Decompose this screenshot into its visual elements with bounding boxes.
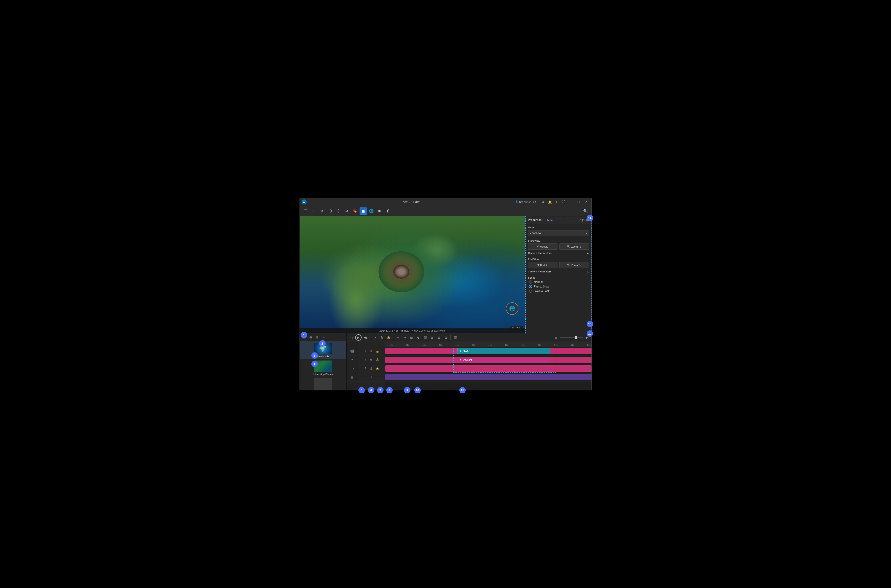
speed-normal-option[interactable]: Normal xyxy=(529,280,589,284)
panel-forward-icon[interactable]: ▷ xyxy=(582,218,585,222)
collapse-panel-button[interactable]: ❮ xyxy=(384,207,392,215)
search-button[interactable]: 🔍 xyxy=(582,207,589,215)
zoom-slider-thumb[interactable] xyxy=(575,336,577,339)
mode-label: Mode xyxy=(528,226,589,229)
clip-purple[interactable] xyxy=(385,374,592,380)
add-clip-button[interactable]: 🎬 xyxy=(452,334,458,340)
ruler-46s: 46s xyxy=(488,344,492,346)
clip-pink-2a[interactable] xyxy=(385,365,592,372)
user-menu[interactable]: 👤 Not signed in ▾ xyxy=(515,200,536,203)
add-keyframe-button[interactable]: ⊕ xyxy=(415,334,421,340)
lock-media-button[interactable]: 🔒 xyxy=(375,366,380,371)
ruler-49s: 49s xyxy=(538,344,541,346)
bookmark-tool-button[interactable]: 🔖 xyxy=(351,207,359,215)
speed-fast-to-slow-dot xyxy=(530,286,531,288)
timeline-tracks[interactable]: 40s 41s 42s 43s 44s 45s 46s 47s 48s 49s … xyxy=(385,342,592,390)
close-button[interactable]: ✕ xyxy=(583,199,590,205)
start-update-button[interactable]: ↺ Update xyxy=(528,243,558,250)
speed-fast-to-slow-label: Fast to Slow xyxy=(534,285,549,288)
main-toolbar: ☰ + ✏ ⬡ ⬡ ⊘ 🔖 ▣ 🌐 ⊞ ❮ 🔍 xyxy=(300,206,592,216)
speed-slow-to-fast-radio[interactable] xyxy=(529,290,532,293)
lock-fx-button[interactable]: 🔒 xyxy=(375,357,380,362)
movie-grid-icon[interactable]: ⊠ xyxy=(314,334,320,340)
end-zoom-to-button[interactable]: 🔍 Zoom To xyxy=(559,262,589,268)
more-tracks-button[interactable]: ⊡ xyxy=(443,334,449,340)
mode-section: Mode Zoom-To Fly-To Fixed Camera ▾ xyxy=(528,226,589,236)
undo-button[interactable]: ↩ xyxy=(395,334,401,340)
fly-to-icon: ⊕ xyxy=(460,350,461,353)
panel-back-icon[interactable]: ◁ xyxy=(578,218,581,222)
list-tool-button[interactable]: ☰ xyxy=(302,207,310,215)
add-fx-button[interactable]: + xyxy=(363,357,368,362)
zoom-in-button[interactable]: ⊕ xyxy=(584,334,590,340)
delete-media-button[interactable]: 🗑 xyxy=(369,366,374,371)
map-globe-tool-button[interactable]: 🌐 xyxy=(368,207,375,215)
movie-item-new[interactable]: 🌍 New Movie xyxy=(300,341,346,359)
end-update-button[interactable]: ↺ Update xyxy=(528,262,558,268)
globe3d-tool-button[interactable]: ⬡ xyxy=(335,207,342,215)
film-button[interactable]: 🎬 xyxy=(422,334,428,340)
tracks-body: ⊕ Fly-To ☀ Daylight xyxy=(385,347,592,381)
speed-fast-to-slow-radio[interactable] xyxy=(529,285,532,288)
measure-tool-button[interactable]: ⬡ xyxy=(327,207,334,215)
split-button[interactable]: ⊟ xyxy=(409,334,415,340)
skip-back-button[interactable]: ⏮ xyxy=(349,334,354,340)
movie-thumbnail-icon[interactable]: ⊟ xyxy=(308,334,314,340)
lock-track-button[interactable]: 🔒 xyxy=(386,334,392,340)
clip-fly-to[interactable]: ⊕ Fly-To xyxy=(457,348,550,354)
start-zoom-to-button[interactable]: 🔍 Zoom To xyxy=(559,243,589,250)
mode-select-wrap: Zoom-To Fly-To Fixed Camera ▾ xyxy=(528,230,589,236)
camera-params-end-header[interactable]: Camera Parameters ∧ xyxy=(528,270,589,273)
settings-icon[interactable]: ⚙ xyxy=(540,199,546,205)
camera-params-start-header[interactable]: Camera Parameters ∧ xyxy=(528,252,589,255)
duplicate-button[interactable]: ⊞ xyxy=(429,334,435,340)
zoom-out-button[interactable]: ⊖ xyxy=(553,334,559,340)
draw-tool-button[interactable]: ✏ xyxy=(319,207,326,215)
maximize-button[interactable]: □ xyxy=(575,199,582,205)
notification-icon[interactable]: 🔔 xyxy=(547,199,553,205)
panel-detach-icon[interactable]: ⊞ xyxy=(586,218,589,222)
info-icon[interactable]: ℹ xyxy=(554,199,559,205)
movie-toolbar: ⊞ ⊟ ⊠ ≡ xyxy=(300,333,346,341)
play-button[interactable]: ▶ xyxy=(355,334,362,340)
circle-slash-tool-button[interactable]: ⊘ xyxy=(343,207,350,215)
movie-item-empty[interactable] xyxy=(300,377,346,390)
track-controls: + 🗑 🔒 + 🗑 🔒 ? 🗑 🔒 + xyxy=(358,342,385,390)
lock-video-button[interactable]: 🔒 xyxy=(375,349,380,354)
delete-video-button[interactable]: 🗑 xyxy=(369,349,374,354)
question-media-button[interactable]: ? xyxy=(363,366,368,371)
speed-fast-to-slow-option[interactable]: Fast to Slow xyxy=(529,285,589,288)
main-content: 🌐 ⊞ 52% 21°14'51.732"N 157°48'56.128"W e… xyxy=(300,216,592,333)
end-view-label: End View xyxy=(528,258,589,261)
track-label-video: 📹 xyxy=(347,347,358,356)
speed-section: Speed Normal Fast to Slow xyxy=(528,276,589,293)
map-area[interactable]: 🌐 ⊞ 52% 21°14'51.732"N 157°48'56.128"W e… xyxy=(300,216,525,333)
grid-tool-button[interactable]: ⊞ xyxy=(376,207,383,215)
add-extra-button[interactable]: + xyxy=(369,375,374,380)
video-tool-button[interactable]: ▣ xyxy=(359,207,367,215)
redo-button[interactable]: ↪ xyxy=(402,334,408,340)
movie-thumb-new: 🌍 xyxy=(314,343,332,354)
clip-daylight[interactable]: ☀ Daylight xyxy=(457,357,550,363)
minimize-button[interactable]: — xyxy=(568,199,574,205)
track-ctrl-fx: + 🗑 🔒 xyxy=(358,356,385,364)
timeline-ruler: 40s 41s 42s 43s 44s 45s 46s 47s 48s 49s … xyxy=(385,342,592,347)
movie-options-icon[interactable]: ≡ xyxy=(321,334,327,340)
add-tool-button[interactable]: + xyxy=(310,207,317,215)
compass-rose[interactable]: 🌐 xyxy=(506,302,518,315)
movie-item-interesting[interactable]: Interesting Places xyxy=(300,359,346,377)
add-video-button[interactable]: + xyxy=(363,349,368,354)
delete-fx-button[interactable]: 🗑 xyxy=(369,357,374,362)
delete-track-button[interactable]: 🗑 xyxy=(379,334,385,340)
skip-forward-button[interactable]: ⏭ xyxy=(362,334,368,340)
export-button[interactable]: ↗ xyxy=(372,334,378,340)
speed-slow-to-fast-option[interactable]: Slow to Fast xyxy=(529,290,589,293)
speed-normal-radio[interactable] xyxy=(529,280,532,284)
snap-button[interactable]: ⊠ xyxy=(436,334,442,340)
track-row-2 xyxy=(385,364,592,373)
panel-tab-fly-to[interactable]: Fly-To xyxy=(546,219,553,221)
zoom-slider[interactable] xyxy=(560,337,583,338)
mode-select[interactable]: Zoom-To Fly-To Fixed Camera xyxy=(528,230,589,236)
fullscreen-icon[interactable]: ⛶ xyxy=(561,199,566,205)
movie-list-icon[interactable]: ⊞ xyxy=(301,334,307,340)
